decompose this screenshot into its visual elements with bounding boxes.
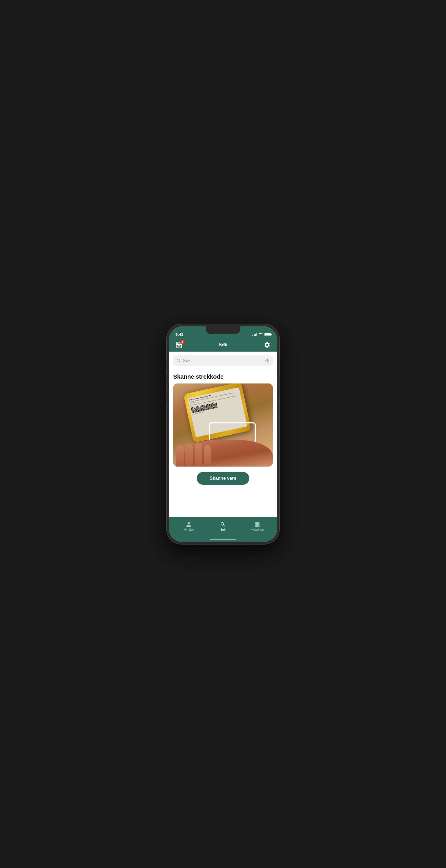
status-icons xyxy=(252,332,271,337)
phone-screen: 9:41 xyxy=(169,327,277,542)
cart-badge: 3 xyxy=(180,340,184,344)
volume-down-button xyxy=(166,391,167,404)
battery-icon xyxy=(264,333,271,336)
nav-item-min-side[interactable]: Min side xyxy=(172,521,206,531)
svg-line-5 xyxy=(179,362,180,362)
status-time: 9:41 xyxy=(175,332,183,337)
search-placeholder: Søk xyxy=(183,358,263,363)
person-icon xyxy=(186,522,192,527)
nav-label-sok: Søk xyxy=(220,528,226,531)
scan-button[interactable]: Skanne vare xyxy=(197,472,249,485)
wifi-icon xyxy=(259,332,263,337)
home-bar xyxy=(210,539,236,540)
phone-frame: 9:41 xyxy=(167,324,279,544)
nav-item-sok[interactable]: Søk xyxy=(206,521,240,531)
search-nav-icon xyxy=(220,522,226,527)
search-container: Søk xyxy=(169,351,277,369)
power-button xyxy=(279,378,280,397)
nav-icon-search xyxy=(220,521,226,528)
camera-background: Mills ovnsbakt baconpostei 185 INGREDIEN… xyxy=(173,383,273,467)
nav-icon-receipt xyxy=(254,521,261,528)
svg-point-4 xyxy=(177,359,180,362)
settings-button[interactable] xyxy=(263,340,272,349)
section-title: Skanne strekkode xyxy=(169,369,277,383)
search-box[interactable]: Søk xyxy=(173,355,273,366)
gear-icon xyxy=(264,342,270,348)
signal-icon xyxy=(252,333,257,336)
nav-item-kvitteringer[interactable]: Kvitteringer xyxy=(240,521,274,531)
notch xyxy=(206,327,240,334)
header-title: Søk xyxy=(218,342,227,348)
microphone-icon[interactable] xyxy=(265,358,270,363)
camera-view: Mills ovnsbakt baconpostei 185 INGREDIEN… xyxy=(173,383,273,467)
nav-label-min-side: Min side xyxy=(184,528,194,531)
main-content: Søk Skanne strekkode xyxy=(169,351,277,517)
home-indicator xyxy=(169,536,277,542)
bottom-navigation: Min side Søk Kvitteringer xyxy=(169,517,277,536)
silent-switch xyxy=(166,362,167,370)
app-header: 3 Søk xyxy=(169,338,277,351)
cart-button[interactable]: 3 xyxy=(174,340,183,349)
volume-up-button xyxy=(166,374,167,387)
scan-button-container: Skanne vare xyxy=(169,467,277,489)
search-icon xyxy=(176,359,181,363)
receipt-icon xyxy=(254,522,260,527)
nav-icon-person xyxy=(185,521,192,528)
nav-label-kvitteringer: Kvitteringer xyxy=(250,528,264,531)
